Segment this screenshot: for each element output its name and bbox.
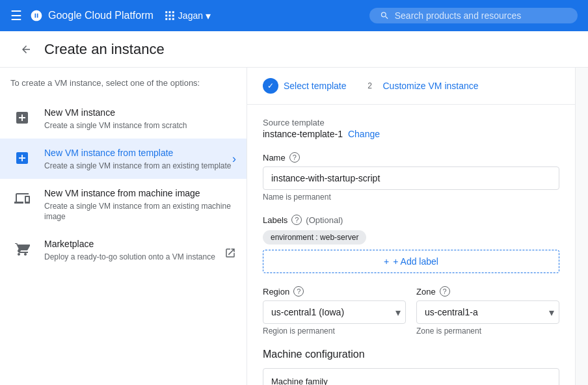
chevron-down-icon: ▾ — [206, 10, 211, 22]
zone-select[interactable]: us-central1-a us-central1-b us-central1-… — [416, 300, 559, 324]
change-link[interactable]: Change — [348, 129, 380, 139]
back-button[interactable] — [16, 39, 36, 60]
machine-config-title: Machine configuration — [263, 349, 559, 360]
sidebar: To create a VM instance, select one of t… — [0, 68, 247, 385]
zone-hint: Zone is permanent — [416, 326, 559, 336]
region-hint: Region is permanent — [263, 326, 406, 336]
new-vm-icon — [10, 106, 34, 129]
source-template-row: Source template instance-template-1 Chan… — [263, 118, 559, 139]
add-label-button[interactable]: + + Add label — [263, 250, 559, 273]
hamburger-icon[interactable]: ☰ — [10, 8, 22, 23]
machine-image-title: New VM instance from machine image — [44, 187, 236, 200]
new-vm-template-icon — [10, 146, 34, 170]
region-field: Region ? us-central1 (Iowa) us-east1 (So… — [263, 286, 406, 336]
new-vm-template-desc: Create a single VM instance from an exis… — [44, 161, 231, 171]
source-template-label: Source template — [263, 118, 559, 127]
step-1-circle: ✓ — [263, 78, 278, 94]
zone-help-icon[interactable]: ? — [440, 286, 450, 297]
machine-config-section: Machine configuration Machine family Gen… — [263, 349, 559, 385]
step-2: 2 Customize VM instance — [362, 78, 479, 94]
grid-icon — [164, 10, 176, 21]
steps-header: ✓ Select template 2 Customize VM instanc… — [247, 68, 575, 105]
labels-header: Labels ? (Optional) — [263, 215, 559, 225]
step-1-label: Select template — [284, 81, 347, 91]
source-template-value: instance-template-1 — [263, 129, 343, 139]
form-content: Source template instance-template-1 Chan… — [247, 105, 575, 385]
sidebar-item-machine-image[interactable]: New VM instance from machine image Creat… — [0, 179, 247, 230]
name-hint: Name is permanent — [263, 192, 559, 202]
plus-icon: + — [384, 256, 389, 267]
search-input[interactable] — [395, 10, 567, 21]
region-help-icon[interactable]: ? — [293, 286, 304, 297]
project-selector[interactable]: Jagan ▾ — [164, 10, 211, 22]
sidebar-item-new-vm-template[interactable]: New VM instance from template Create a s… — [0, 139, 247, 179]
zone-field: Zone ? us-central1-a us-central1-b us-ce… — [416, 286, 559, 336]
external-link-icon — [224, 247, 236, 262]
new-vm-desc: Create a single VM instance from scratch — [44, 120, 187, 131]
sidebar-item-new-vm[interactable]: New VM instance Create a single VM insta… — [0, 98, 247, 139]
name-field-row: Name ? Name is permanent — [263, 152, 559, 202]
cost-panel — [575, 68, 588, 385]
marketplace-icon — [10, 237, 34, 261]
label-chips: environment : web-server — [263, 230, 559, 245]
right-panel: ✓ Select template 2 Customize VM instanc… — [247, 68, 575, 385]
cloud-logo-icon — [30, 9, 43, 22]
page-header: Create an instance — [0, 31, 588, 68]
name-help-icon[interactable]: ? — [289, 152, 300, 163]
sidebar-item-marketplace[interactable]: Marketplace Deploy a ready-to-go solutio… — [0, 230, 247, 270]
region-zone-row: Region ? us-central1 (Iowa) us-east1 (So… — [263, 286, 559, 336]
app-title: Google Cloud Platform — [30, 9, 154, 22]
top-navigation: ☰ Google Cloud Platform Jagan ▾ — [0, 0, 588, 31]
name-input[interactable] — [263, 166, 559, 190]
new-vm-template-title: New VM instance from template — [44, 146, 231, 159]
marketplace-title: Marketplace — [44, 237, 215, 250]
step-1: ✓ Select template — [263, 78, 347, 94]
sidebar-subtitle: To create a VM instance, select one of t… — [0, 78, 247, 98]
machine-image-desc: Create a single VM instance from an exis… — [44, 201, 236, 222]
name-field-label: Name ? — [263, 152, 559, 163]
labels-help-icon[interactable]: ? — [291, 215, 302, 225]
search-bar[interactable] — [369, 8, 578, 23]
machine-family-box: Machine family General-purpose Compute-o… — [263, 368, 559, 385]
chevron-right-icon: › — [232, 152, 236, 166]
search-icon — [380, 10, 390, 21]
step-2-circle: 2 — [362, 78, 378, 94]
arrow-left-icon — [20, 44, 32, 55]
machine-family-label: Machine family — [271, 377, 551, 385]
machine-image-icon — [10, 187, 34, 210]
zone-select-wrapper: us-central1-a us-central1-b us-central1-… — [416, 300, 559, 324]
step-2-label[interactable]: Customize VM instance — [383, 81, 479, 91]
page-title: Create an instance — [44, 41, 165, 58]
region-select-wrapper: us-central1 (Iowa) us-east1 (South Carol… — [263, 300, 406, 324]
marketplace-desc: Deploy a ready-to-go solution onto a VM … — [44, 252, 215, 262]
new-vm-title: New VM instance — [44, 106, 187, 119]
region-select[interactable]: us-central1 (Iowa) us-east1 (South Carol… — [263, 300, 406, 324]
main-content: To create a VM instance, select one of t… — [0, 68, 588, 385]
label-chip-environment[interactable]: environment : web-server — [263, 230, 366, 245]
labels-row: Labels ? (Optional) environment : web-se… — [263, 215, 559, 273]
